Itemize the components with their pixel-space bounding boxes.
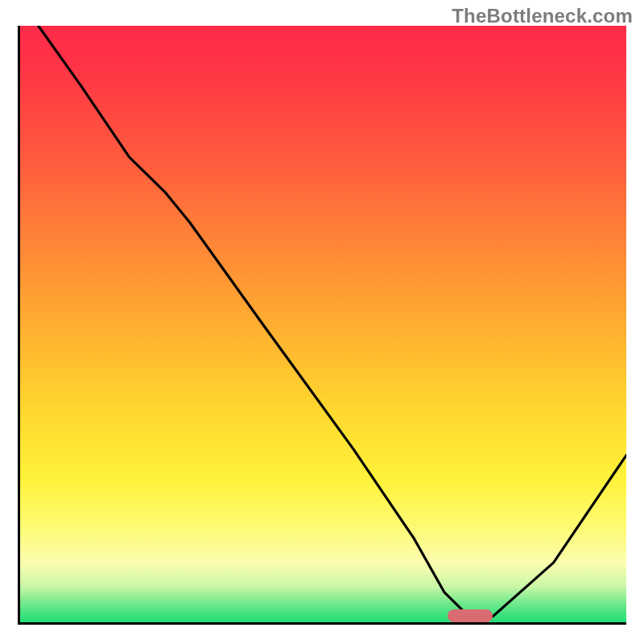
watermark-text: TheBottleneck.com [452, 5, 633, 27]
curve-layer [20, 26, 626, 622]
chart-container: TheBottleneck.com [0, 0, 644, 644]
optimal-point-marker [448, 609, 493, 622]
bottleneck-curve [39, 26, 626, 617]
plot-area [18, 26, 626, 625]
